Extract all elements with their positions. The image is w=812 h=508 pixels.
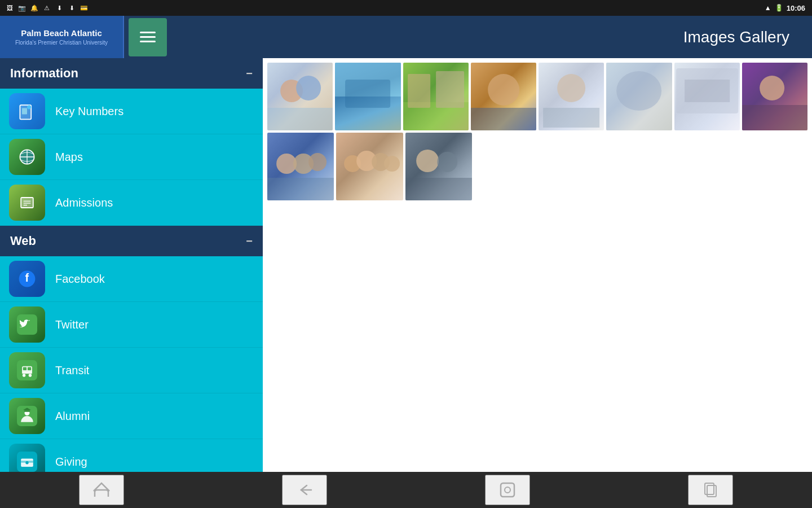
home-nav-button[interactable]	[79, 475, 124, 505]
svg-point-58	[416, 150, 439, 172]
gallery-thumb-9[interactable]	[267, 133, 334, 200]
logo-subtitle: Florida's Premier Christian University	[15, 40, 108, 46]
svg-point-30	[25, 461, 28, 464]
svg-rect-47	[685, 80, 730, 102]
svg-rect-43	[543, 108, 599, 128]
svg-point-52	[308, 153, 326, 171]
twitter-icon	[9, 306, 45, 343]
gallery-title: Images Gallery	[167, 28, 812, 46]
svg-rect-20	[22, 373, 32, 374]
svg-rect-8	[21, 198, 33, 208]
sidebar-item-giving[interactable]: Giving	[0, 439, 263, 472]
gallery-row-1	[267, 63, 807, 130]
logo-title: Palm Beach Atlantic	[21, 28, 102, 38]
gallery-thumb-11[interactable]	[405, 133, 472, 200]
gallery-grid	[267, 63, 807, 200]
gallery-thumb-6[interactable]	[606, 63, 672, 130]
svg-point-57	[384, 156, 400, 172]
svg-point-32	[296, 76, 321, 100]
sidebar-item-transit[interactable]: Transit	[0, 348, 263, 393]
notif-icon-1: 🖼	[5, 3, 15, 13]
svg-text:f: f	[25, 271, 29, 284]
notif-icon-3: 🔔	[29, 3, 39, 13]
svg-rect-49	[742, 105, 807, 130]
sidebar: Information − Key Numbers Maps Admis	[0, 58, 263, 472]
admissions-label: Admissions	[55, 196, 113, 209]
twitter-label: Twitter	[55, 318, 89, 331]
recent-nav-button[interactable]	[688, 475, 733, 505]
maps-icon	[9, 139, 45, 175]
status-time: 10:06	[787, 4, 805, 12]
facebook-icon: f	[9, 261, 45, 297]
key-numbers-icon	[9, 93, 45, 129]
notif-icon-2: 📷	[17, 3, 27, 13]
svg-point-3	[27, 105, 31, 109]
gallery-thumb-1[interactable]	[267, 63, 333, 130]
svg-rect-36	[345, 80, 390, 108]
section-collapse-web[interactable]: −	[246, 235, 253, 248]
gallery-thumb-5[interactable]	[539, 63, 604, 130]
gallery-thumb-10[interactable]	[336, 133, 403, 200]
sidebar-item-admissions[interactable]: Admissions	[0, 180, 263, 226]
gallery-thumb-3[interactable]	[403, 63, 469, 130]
gallery-thumb-4[interactable]	[471, 63, 536, 130]
gallery-row-2	[267, 133, 807, 200]
gallery-thumb-7[interactable]	[674, 63, 740, 130]
sidebar-item-key-numbers[interactable]: Key Numbers	[0, 89, 263, 134]
svg-point-48	[760, 76, 784, 100]
section-collapse-information[interactable]: −	[246, 67, 253, 80]
svg-rect-2	[22, 108, 27, 115]
svg-rect-39	[436, 71, 464, 108]
menu-button[interactable]	[129, 18, 167, 56]
battery-icon: 🔋	[775, 4, 783, 12]
svg-rect-61	[501, 483, 514, 497]
svg-rect-18	[23, 367, 27, 370]
facebook-label: Facebook	[55, 273, 105, 286]
sidebar-item-twitter[interactable]: Twitter	[0, 302, 263, 348]
gallery-content	[263, 58, 812, 472]
maps-label: Maps	[55, 151, 83, 164]
notif-icon-4: ⚠	[42, 3, 52, 13]
hamburger-icon	[140, 32, 156, 42]
section-header-web: Web −	[0, 226, 263, 256]
app-container: Palm Beach Atlantic Florida's Premier Ch…	[0, 16, 812, 508]
giving-label: Giving	[55, 456, 87, 468]
notification-icons: 🖼 📷 🔔 ⚠ ⬇ ⬇ 💳	[0, 0, 259, 16]
sidebar-item-alumni[interactable]: Alumni	[0, 393, 263, 439]
wifi-icon: ▲	[765, 4, 771, 12]
svg-rect-53	[267, 178, 334, 200]
svg-point-40	[488, 74, 519, 106]
back-nav-button[interactable]	[282, 475, 327, 505]
transit-icon	[9, 352, 45, 388]
svg-rect-33	[267, 108, 333, 130]
section-header-information: Information −	[0, 58, 263, 89]
svg-point-59	[437, 152, 457, 172]
section-label-information: Information	[10, 66, 78, 81]
svg-rect-60	[405, 178, 472, 200]
key-numbers-label: Key Numbers	[55, 105, 123, 118]
status-bar: 🖼 📷 🔔 ⚠ ⬇ ⬇ 💳 ▲ 🔋 10:06	[0, 0, 812, 16]
main-nav-button[interactable]	[485, 475, 530, 505]
notif-icon-7: 💳	[79, 3, 89, 13]
sidebar-item-facebook[interactable]: f Facebook	[0, 256, 263, 302]
giving-icon	[9, 444, 45, 472]
app-body: Information − Key Numbers Maps Admis	[0, 58, 812, 472]
svg-rect-15	[17, 314, 37, 335]
svg-rect-19	[28, 367, 31, 370]
svg-point-62	[505, 487, 510, 493]
svg-rect-25	[24, 410, 30, 412]
section-label-web: Web	[10, 234, 36, 248]
notif-icon-5: ⬇	[54, 3, 64, 13]
gallery-thumb-8[interactable]	[742, 63, 807, 130]
status-icons: ▲ 🔋 10:06	[765, 4, 805, 12]
app-header: Palm Beach Atlantic Florida's Premier Ch…	[0, 16, 812, 58]
gallery-thumb-2[interactable]	[335, 63, 400, 130]
sidebar-item-maps[interactable]: Maps	[0, 134, 263, 180]
svg-point-45	[616, 71, 661, 111]
alumni-icon	[9, 398, 45, 434]
transit-label: Transit	[55, 364, 89, 377]
svg-point-42	[557, 74, 585, 102]
notif-icon-6: ⬇	[67, 3, 77, 13]
svg-rect-38	[408, 74, 430, 108]
alumni-label: Alumni	[55, 410, 90, 423]
